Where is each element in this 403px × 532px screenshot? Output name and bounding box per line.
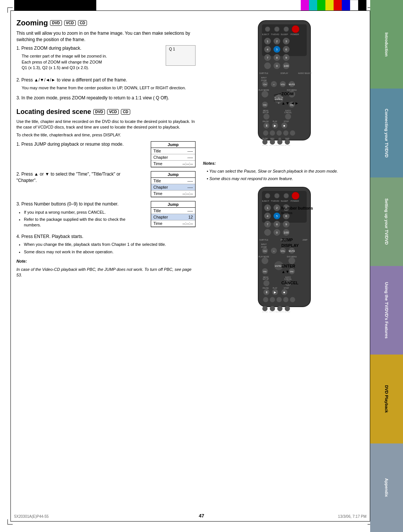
zoom-step-1: 1. Press ZOOM during playback. The cente…: [16, 45, 196, 73]
svg-text:SLOW: SLOW: [262, 311, 268, 312]
svg-point-143: [262, 257, 268, 264]
left-column: Zooming DVD VCD CD This unit will allow …: [16, 19, 196, 312]
svg-point-4: [284, 27, 289, 32]
sidebar-tab-introduction[interactable]: Introduction: [370, 0, 403, 89]
svg-text:SLEEP: SLEEP: [281, 33, 288, 35]
locating-intro: Use the title, chapter and time recorded…: [16, 119, 196, 130]
sidebar-tab-connecting[interactable]: Connecting your TV/DVD: [370, 89, 403, 177]
svg-text:CH: CH: [263, 250, 267, 252]
remote-bottom-svg: EJECT TV/DVD SLEEP POWER 1 2 3 4 5 6: [247, 185, 322, 312]
svg-point-169: [283, 297, 288, 302]
svg-text:0: 0: [276, 231, 278, 234]
svg-point-97: [265, 193, 270, 198]
border-top: [10, 10, 370, 11]
svg-text:SLOW: SLOW: [285, 311, 290, 312]
svg-point-48: [262, 91, 268, 98]
svg-point-174: [285, 306, 290, 311]
sidebar-tab-introduction-label: Introduction: [384, 33, 389, 56]
zooming-intro: This unit will allow you to zoom in on t…: [16, 30, 196, 43]
svg-text:ANGLE: ANGLE: [269, 311, 276, 312]
svg-text:0: 0: [276, 64, 278, 68]
arrows-label-pointer: ▲▼ ◄►: [281, 101, 299, 105]
sidebar-tab-appendix[interactable]: Appendix: [370, 443, 403, 532]
svg-point-28: [264, 62, 271, 69]
zooming-section: Zooming DVD VCD CD This unit will allow …: [16, 19, 196, 101]
strip-magenta: [301, 0, 309, 10]
svg-text:4: 4: [267, 48, 269, 51]
svg-text:INPUT: INPUT: [261, 77, 267, 79]
sidebar-tab-connecting-label: Connecting your TV/DVD: [384, 109, 389, 158]
locating-display-note: To check the title, chapter/track and ti…: [16, 132, 196, 138]
strip-blue: [342, 0, 350, 10]
sidebar: Introduction Connecting your TV/DVD Sett…: [370, 0, 403, 532]
svg-text:EJECT: EJECT: [262, 33, 269, 35]
strip-cyan: [309, 0, 317, 10]
svg-point-65: [263, 114, 269, 120]
svg-point-170: [290, 297, 295, 302]
jump-table-3: Jump Title---- Chapter12 Time--:--:--: [151, 201, 196, 227]
locate-step-4: 4. Press ENTER. Playback starts. When yo…: [16, 233, 196, 255]
svg-text:▶: ▶: [274, 124, 277, 127]
svg-text:FAV: FAV: [263, 270, 267, 273]
svg-text:PAUSE: PAUSE: [263, 120, 269, 123]
svg-text:CANCEL: CANCEL: [284, 111, 292, 114]
svg-text:AUDIO SELECT: AUDIO SELECT: [298, 72, 312, 74]
enter-label: ENTER: [281, 264, 295, 268]
sidebar-tab-using-label: Using the TV/DVD's Features: [384, 282, 389, 338]
svg-text:100: 100: [284, 64, 289, 68]
strip-green: [317, 0, 325, 10]
svg-text:SUBTITLE: SUBTITLE: [259, 239, 269, 241]
border-left: [10, 10, 11, 522]
footer-left: 5X20301A(E)P44-55: [14, 514, 49, 519]
sidebar-tab-dvd[interactable]: DVD Playback: [370, 355, 403, 443]
sidebar-tab-dvd-label: DVD Playback: [384, 385, 389, 413]
sidebar-tab-setting[interactable]: Setting up your TV/DVD: [370, 177, 403, 266]
svg-point-78: [277, 130, 282, 136]
remote-top-svg: EJECT TV/DVD SLEEP POWER 1 2 3 4 5: [247, 19, 322, 146]
svg-text:⏸: ⏸: [265, 124, 268, 127]
svg-point-85: [262, 139, 268, 145]
locating-section: Locating desired scene DVD VCD CD Use th…: [16, 108, 196, 278]
svg-point-87: [277, 139, 282, 145]
svg-text:2: 2: [276, 206, 278, 210]
bottom-remote-area: EJECT TV/DVD SLEEP POWER 1 2 3 4 5 6: [203, 185, 366, 312]
svg-text:6: 6: [285, 214, 287, 218]
arrows-bottom-label: ▲▼: [281, 269, 290, 274]
svg-point-80: [290, 130, 295, 136]
svg-text:MARKER: MARKER: [276, 145, 284, 146]
svg-text:3: 3: [285, 40, 287, 43]
jump-label: JUMP: [281, 238, 293, 242]
svg-text:SUBTITLE: SUBTITLE: [259, 72, 269, 74]
svg-text:STOP: STOP: [284, 287, 289, 289]
svg-point-168: [277, 297, 282, 302]
svg-text:SETUP: SETUP: [263, 278, 269, 280]
svg-text:JUMP: JUMP: [302, 239, 307, 241]
svg-text:SLOW: SLOW: [262, 145, 268, 146]
svg-point-76: [263, 130, 268, 136]
zooming-title: Zooming DVD VCD CD: [16, 19, 196, 27]
svg-text:5: 5: [276, 214, 278, 218]
corner-bl: [7, 519, 13, 525]
zoom-step-3: 3. In the zoom mode, press ZOOM repeated…: [16, 95, 196, 101]
svg-point-86: [270, 139, 275, 145]
svg-text:ZOOM: ZOOM: [261, 79, 267, 81]
svg-text:TV/DVD: TV/DVD: [271, 33, 279, 35]
svg-text:POWER: POWER: [291, 33, 299, 35]
svg-point-166: [263, 297, 268, 302]
svg-text:▶: ▶: [274, 291, 277, 294]
svg-text:MUTE: MUTE: [289, 83, 295, 86]
display-label: DISPLAY: [281, 243, 299, 248]
svg-text:MARKER: MARKER: [276, 311, 284, 312]
strip-black: [358, 0, 366, 10]
locating-note: Note: In case of the Video-CD playback w…: [16, 259, 196, 278]
svg-text:+: +: [273, 250, 275, 252]
border-bottom: [10, 521, 370, 522]
svg-point-88: [285, 139, 290, 145]
strip-red: [334, 0, 342, 10]
svg-text:+: +: [273, 83, 275, 86]
locate-step-2: 2. Press ▲ or ▼ to select the "Time", "T…: [16, 171, 196, 197]
svg-text:■: ■: [284, 124, 285, 127]
svg-text:8: 8: [276, 223, 278, 226]
svg-text:8: 8: [276, 56, 278, 59]
sidebar-tab-using[interactable]: Using the TV/DVD's Features: [370, 266, 403, 355]
